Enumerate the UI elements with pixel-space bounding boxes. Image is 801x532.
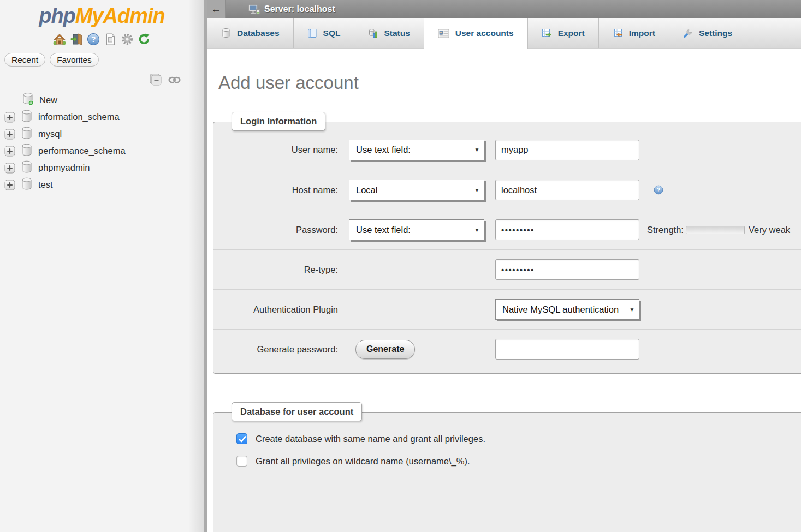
auth-plugin-label: Authentication Plugin — [213, 304, 338, 315]
login-information-fieldset: Login Information User name: Use text fi… — [213, 122, 801, 374]
tree-item-database[interactable]: test — [0, 176, 204, 193]
tab-label: Export — [558, 28, 585, 38]
tab-label: Import — [629, 28, 655, 38]
expand-plus-icon[interactable] — [4, 146, 15, 157]
link-with-main-panel-icon[interactable] — [168, 76, 181, 84]
collapse-all-icon[interactable] — [149, 73, 163, 87]
tab-export[interactable]: Export — [528, 18, 599, 48]
database-icon — [21, 127, 33, 142]
tree-stub-line — [10, 100, 22, 100]
tree-item-label[interactable]: test — [38, 180, 53, 190]
tab-label: Settings — [699, 28, 732, 38]
status-icon — [368, 28, 378, 38]
password-type-select[interactable]: Use text field: ▼ — [349, 219, 484, 240]
tree-item-label[interactable]: mysql — [38, 129, 62, 139]
tab-import[interactable]: Import — [599, 18, 669, 48]
expand-plus-icon[interactable] — [4, 129, 15, 140]
database-icon — [21, 160, 33, 176]
password-input[interactable] — [495, 219, 639, 240]
tab-databases[interactable]: Databases — [207, 18, 294, 48]
grant-wildcard-checkbox[interactable] — [236, 456, 247, 467]
tab-label: User accounts — [455, 28, 514, 38]
tree-item-database[interactable]: mysql — [0, 125, 204, 142]
svg-text:?: ? — [91, 35, 96, 44]
grant-wildcard-label[interactable]: Grant all privileges on wildcard name (u… — [256, 456, 470, 467]
sidebar-resizer[interactable] — [204, 0, 207, 532]
tree-tools — [0, 73, 204, 87]
login-information-legend: Login Information — [232, 112, 325, 131]
retype-label: Re-type: — [213, 265, 338, 275]
hostname-label: Host name: — [213, 185, 338, 195]
export-icon — [542, 28, 552, 38]
top-tab-bar: Databases SQL — [207, 18, 801, 49]
expand-plus-icon[interactable] — [4, 180, 15, 190]
chevron-down-icon: ▼ — [470, 140, 484, 160]
database-tree: New information_schema — [0, 92, 204, 193]
chevron-down-icon: ▼ — [470, 180, 484, 200]
generate-button[interactable]: Generate — [355, 340, 415, 359]
favorites-button[interactable]: Favorites — [50, 53, 99, 67]
username-row: User name: Use text field: ▼ — [213, 130, 801, 170]
retype-row: Re-type: — [213, 249, 801, 289]
help-icon[interactable]: ? — [87, 33, 100, 46]
strength-meter — [686, 226, 745, 234]
tree-item-label[interactable]: information_schema — [38, 112, 120, 122]
create-database-label[interactable]: Create database with same name and grant… — [256, 434, 485, 444]
database-for-user-legend: Database for user account — [232, 402, 362, 421]
tree-item-database[interactable]: information_schema — [0, 109, 204, 125]
database-for-user-fieldset: Database for user account Create databas… — [213, 412, 801, 532]
home-icon[interactable] — [53, 33, 66, 46]
documentation-icon[interactable] — [104, 33, 117, 46]
tree-item-database[interactable]: performance_schema — [0, 142, 204, 159]
logo-myadmin-text: MyAdmin — [75, 4, 165, 27]
server-monitor-icon — [248, 3, 260, 15]
grant-wildcard-option[interactable]: Grant all privileges on wildcard name (u… — [236, 456, 801, 467]
phpmyadmin-logo[interactable]: phpMyAdmin — [0, 0, 204, 28]
tab-settings[interactable]: Settings — [669, 18, 746, 48]
generated-password-input[interactable] — [495, 339, 639, 360]
user-accounts-icon — [438, 29, 449, 38]
tab-label: Status — [384, 28, 410, 38]
recent-button[interactable]: Recent — [4, 53, 45, 67]
back-arrow-button[interactable]: ← — [207, 0, 226, 18]
hostname-type-select[interactable]: Local ▼ — [349, 180, 484, 200]
tab-sql[interactable]: SQL — [294, 18, 355, 48]
databases-icon — [221, 28, 231, 38]
database-icon — [21, 144, 33, 159]
main-panel: ← Server: localhost — [207, 0, 801, 532]
svg-text:?: ? — [657, 187, 661, 193]
import-icon — [613, 28, 623, 38]
expand-plus-icon[interactable] — [4, 163, 15, 174]
password-row: Password: Use text field: ▼ Strength: — [213, 210, 801, 249]
username-type-select[interactable]: Use text field: ▼ — [349, 140, 484, 160]
hostname-row: Host name: Local ▼ ? — [213, 170, 801, 210]
username-input[interactable] — [495, 140, 639, 160]
server-breadcrumb-bar: ← Server: localhost — [207, 0, 801, 18]
tab-user-accounts[interactable]: User accounts — [424, 18, 528, 49]
auth-plugin-select[interactable]: Native MySQL authentication ▼ — [495, 299, 639, 320]
settings-gear-icon[interactable] — [121, 33, 134, 46]
tree-item-label[interactable]: New — [39, 95, 57, 105]
generate-password-label: Generate password: — [213, 344, 338, 355]
logout-icon[interactable] — [70, 33, 83, 46]
tree-item-database[interactable]: phpmyadmin — [0, 159, 204, 176]
create-database-checkbox[interactable] — [236, 433, 247, 444]
expand-plus-icon[interactable] — [4, 112, 15, 123]
logo-php-text: php — [39, 4, 75, 27]
wrench-icon — [683, 28, 693, 38]
database-icon — [21, 110, 33, 125]
chevron-down-icon: ▼ — [470, 220, 484, 240]
breadcrumb-server-title: Server: localhost — [264, 4, 335, 14]
create-database-option[interactable]: Create database with same name and grant… — [236, 433, 801, 444]
new-database-icon — [22, 92, 34, 108]
retype-password-input[interactable] — [495, 259, 639, 280]
tree-item-new[interactable]: New — [0, 92, 204, 109]
tab-status[interactable]: Status — [354, 18, 424, 48]
tab-label: SQL — [323, 28, 341, 38]
tree-item-label[interactable]: phpmyadmin — [38, 163, 90, 173]
reload-icon[interactable] — [138, 33, 151, 46]
hostname-help-icon[interactable]: ? — [654, 185, 663, 195]
tree-item-label[interactable]: performance_schema — [38, 146, 126, 156]
hostname-input[interactable] — [495, 180, 639, 200]
username-label: User name: — [213, 145, 338, 155]
